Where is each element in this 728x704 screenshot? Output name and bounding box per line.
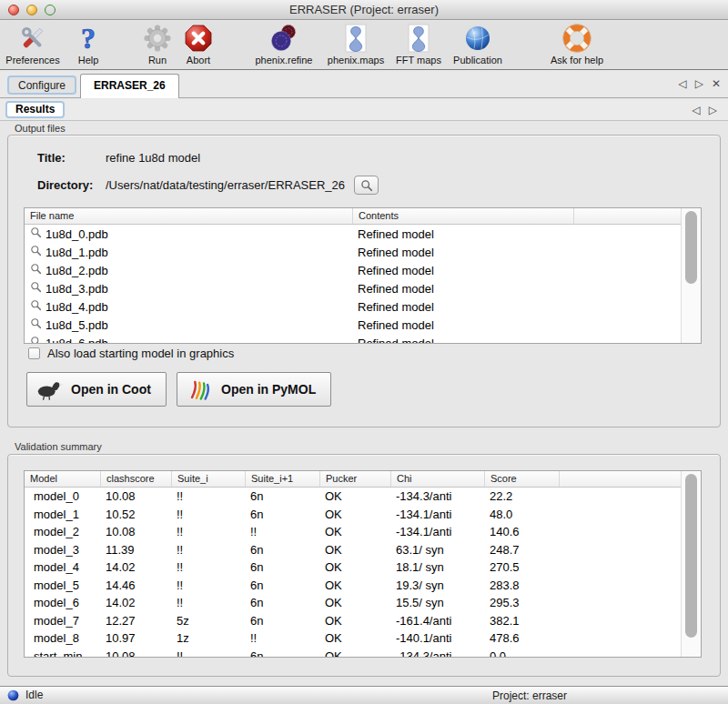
help-icon: ?: [66, 24, 111, 55]
validation-cell: 382.1: [484, 614, 559, 628]
validation-cell: 19.3/ syn: [390, 578, 484, 592]
toolbar-item-help[interactable]: ?Help: [66, 24, 111, 65]
validation-cell: model_0: [25, 489, 100, 503]
toolbar-item-fft-maps[interactable]: FFT maps: [389, 24, 448, 65]
file-table-row[interactable]: 1u8d_3.pdbRefined model: [25, 279, 701, 297]
validation-table-row[interactable]: model_712.275z6nOK-161.4/anti382.1: [25, 612, 701, 630]
file-table-column-header[interactable]: Contents: [352, 208, 573, 224]
file-table-row[interactable]: 1u8d_4.pdbRefined model: [25, 297, 701, 316]
load-starting-model-checkbox-row: Also load starting model in graphics: [28, 347, 234, 360]
validation-table-column-header[interactable]: Suite_i+1: [245, 471, 319, 487]
magnifier-icon: [30, 336, 42, 344]
validation-cell: OK: [319, 596, 390, 609]
browse-directory-button[interactable]: [354, 176, 379, 195]
file-table-column-header[interactable]: [573, 208, 681, 224]
validation-table-column-header[interactable]: [559, 471, 681, 487]
toolbar-item-phenix-maps[interactable]: phenix.maps: [320, 24, 391, 65]
validation-table-row[interactable]: model_514.46!!6nOK19.3/ syn283.8: [25, 577, 701, 595]
zoom-window-icon[interactable]: [45, 5, 56, 15]
subtab-next-icon[interactable]: ▷: [709, 104, 717, 116]
tab-configure[interactable]: Configure: [7, 75, 76, 95]
toolbar-item-label: Preferences: [2, 55, 64, 65]
validation-table-row[interactable]: model_414.02!!6nOK18.1/ syn270.5: [25, 558, 701, 577]
validation-cell: 6n: [245, 649, 319, 658]
file-table-scrollbar[interactable]: [681, 208, 701, 343]
svg-text:?: ?: [81, 24, 96, 53]
toolbar-item-ask-for-help[interactable]: Ask for help: [542, 24, 612, 65]
validation-table: ModelclashscoreSuite_iSuite_i+1PuckerChi…: [24, 470, 702, 658]
sub-tab-bar: Results ◁ ▷: [0, 99, 728, 121]
validation-cell: 6n: [245, 508, 319, 521]
validation-cell: !!: [171, 525, 245, 538]
tab-next-icon[interactable]: ▷: [695, 77, 703, 90]
validation-cell: 295.3: [484, 596, 559, 609]
validation-cell: 5z: [171, 614, 245, 628]
toolbar-item-run[interactable]: Run: [136, 24, 178, 65]
validation-cell: OK: [319, 614, 390, 628]
file-table-header[interactable]: File nameContents: [25, 208, 701, 225]
toolbar-item-label: Abort: [177, 55, 220, 65]
subtab-prev-icon[interactable]: ◁: [693, 104, 701, 116]
tab-results[interactable]: Results: [5, 101, 65, 118]
validation-cell: model_5: [25, 578, 100, 592]
toolbar-item-publication[interactable]: Publication: [446, 24, 510, 65]
status-bar: Idle Project: erraser: [0, 686, 728, 704]
validation-cell: -134.3/anti: [390, 649, 484, 658]
validation-table-scrollbar[interactable]: [681, 471, 701, 657]
file-table-row[interactable]: 1u8d_0.pdbRefined model: [25, 225, 701, 243]
validation-table-row[interactable]: start_min10.08!!6nOK-134.3/anti0.0: [25, 648, 701, 659]
validation-cell: 10.08: [100, 649, 171, 658]
tab-prev-icon[interactable]: ◁: [678, 77, 686, 90]
validation-table-row[interactable]: model_210.08!!!!OK-134.1/anti140.6: [25, 523, 701, 541]
validation-cell: -134.1/anti: [390, 508, 484, 521]
file-table-row[interactable]: 1u8d_6.pdbRefined model: [25, 334, 701, 344]
validation-table-column-header[interactable]: Model: [25, 471, 100, 487]
tab-close-icon[interactable]: ✕: [712, 77, 721, 90]
toolbar-item-abort[interactable]: Abort: [177, 24, 220, 65]
file-table-row[interactable]: 1u8d_1.pdbRefined model: [25, 243, 701, 261]
open-in-pymol-button[interactable]: Open in PyMOL: [177, 372, 331, 407]
abort-icon: [177, 24, 220, 55]
toolbar-item-label: phenix.refine: [246, 55, 322, 65]
load-starting-model-checkbox[interactable]: [28, 347, 40, 359]
main-tab-bar: Configure ERRASER_26 ◁ ▷ ✕: [0, 71, 728, 98]
file-table-row[interactable]: 1u8d_5.pdbRefined model: [25, 316, 701, 334]
validation-table-column-header[interactable]: Pucker: [319, 471, 390, 487]
file-table: File nameContents 1u8d_0.pdbRefined mode…: [24, 207, 702, 344]
validation-cell: 11.39: [100, 543, 171, 557]
output-files-section-label: Output files: [15, 123, 66, 134]
validation-cell: -140.1/anti: [390, 631, 484, 645]
validation-table-row[interactable]: model_110.52!!6nOK-134.1/anti48.0: [25, 506, 701, 524]
toolbar-item-preferences[interactable]: Preferences: [2, 24, 64, 65]
file-table-row[interactable]: 1u8d_2.pdbRefined model: [25, 261, 701, 279]
validation-table-row[interactable]: model_614.02!!6nOK15.5/ syn295.3: [25, 594, 701, 612]
validation-cell: -134.3/anti: [390, 489, 484, 503]
toolbar: Preferences?HelpRunAbortphenix.refinephe…: [0, 21, 728, 70]
status-project: Project: erraser: [492, 689, 567, 702]
validation-cell: !!: [171, 578, 245, 592]
close-window-icon[interactable]: [8, 5, 19, 15]
validation-table-header[interactable]: ModelclashscoreSuite_iSuite_i+1PuckerChi…: [25, 471, 701, 488]
tab-erraser-26[interactable]: ERRASER_26: [80, 74, 179, 98]
file-table-column-header[interactable]: File name: [25, 208, 352, 224]
validation-cell: model_4: [25, 560, 100, 574]
file-contents: Refined model: [352, 227, 573, 241]
validation-cell: -134.1/anti: [390, 525, 484, 538]
validation-table-row[interactable]: model_010.08!!6nOK-134.3/anti22.2: [25, 488, 701, 506]
validation-table-row[interactable]: model_810.971z!!OK-140.1/anti478.6: [25, 629, 701, 648]
validation-table-column-header[interactable]: Score: [484, 471, 559, 487]
title-field-value: refine 1u8d model: [106, 151, 200, 165]
toolbar-item-label: Run: [136, 55, 178, 65]
validation-cell: OK: [319, 578, 390, 592]
validation-table-column-header[interactable]: Suite_i: [171, 471, 245, 487]
status-sphere-icon: [7, 689, 19, 701]
validation-table-column-header[interactable]: Chi: [390, 471, 484, 487]
validation-cell: model_7: [25, 614, 100, 628]
toolbar-item-phenix-refine[interactable]: phenix.refine: [246, 24, 322, 65]
validation-cell: 10.08: [100, 489, 171, 503]
open-in-coot-button[interactable]: Open in Coot: [26, 372, 167, 407]
minimize-window-icon[interactable]: [26, 5, 37, 15]
validation-table-row[interactable]: model_311.39!!6nOK63.1/ syn248.7: [25, 541, 701, 559]
validation-table-column-header[interactable]: clashscore: [100, 471, 171, 487]
window-title: ERRASER (Project: erraser): [0, 0, 728, 20]
